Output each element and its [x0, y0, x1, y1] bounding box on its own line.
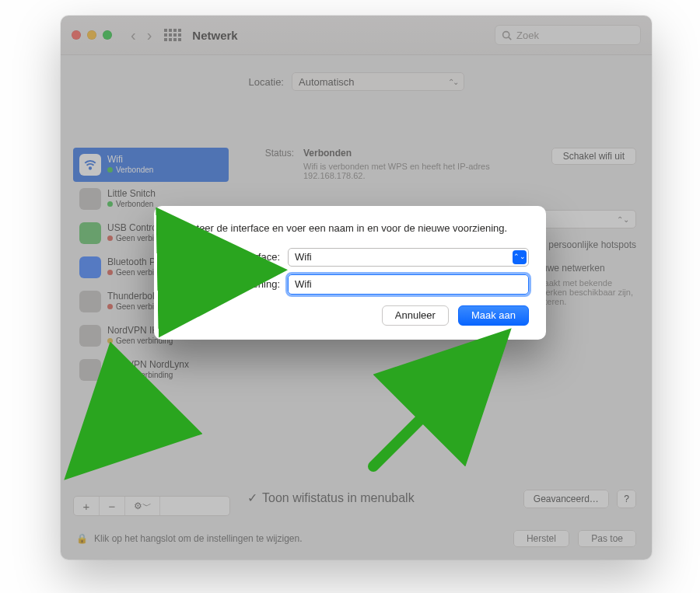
interface-label: Interface: [171, 251, 280, 263]
sheet-instruction: Selecteer de interface en voer een naam … [171, 222, 529, 235]
create-button[interactable]: Maak aan [458, 305, 529, 326]
service-name-label: Naam voorziening: [171, 278, 280, 290]
interface-select-wrap[interactable]: Wifi ⌃⌄ [288, 248, 529, 267]
cancel-button[interactable]: Annuleer [382, 305, 449, 326]
select-arrows-icon: ⌃⌄ [513, 250, 527, 264]
new-service-sheet: Selecteer de interface en voer een naam … [154, 206, 546, 340]
interface-select[interactable]: Wifi [288, 248, 529, 267]
service-name-input[interactable] [288, 274, 529, 295]
